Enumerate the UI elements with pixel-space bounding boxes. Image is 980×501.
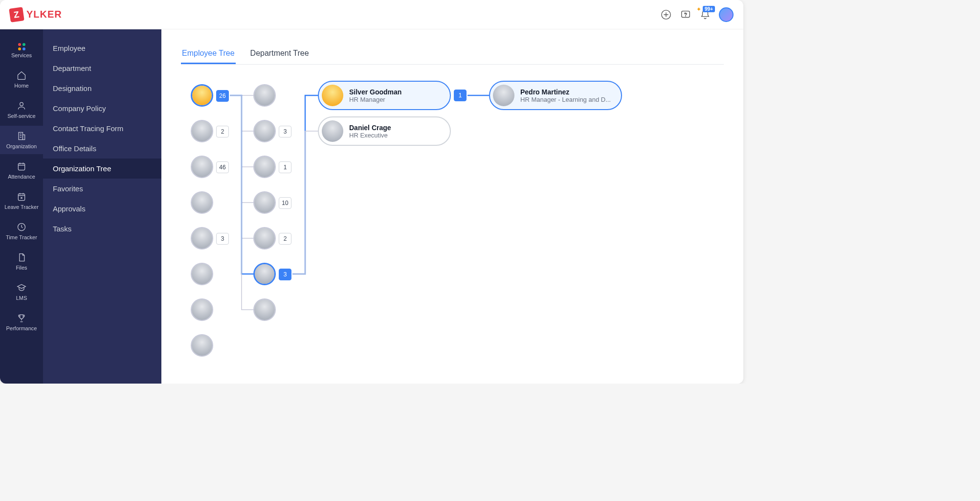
tree-col2-node-0[interactable] (253, 84, 276, 107)
card-name: Silver Goodman (349, 88, 401, 96)
rail-label: Performance (6, 325, 37, 331)
home-icon (16, 70, 27, 81)
tab-employee-tree[interactable]: Employee Tree (181, 44, 236, 64)
svg-rect-5 (18, 163, 24, 170)
card-name: Pedro Martinez (520, 88, 611, 96)
rail-label: Self-service (7, 113, 35, 119)
rail-item-time-tracker[interactable]: Time Tracker (0, 217, 43, 245)
tree-col2-node-1[interactable] (253, 120, 276, 142)
rail-item-self-service[interactable]: Self-service (0, 95, 43, 124)
tree-col3-card-0[interactable]: Silver GoodmanHR Manager (318, 81, 451, 110)
tree-col2-node-1-count: 3 (279, 126, 291, 137)
sidebar-item-designation[interactable]: Designation (43, 78, 161, 98)
building-icon (16, 131, 27, 141)
tree-col2-node-5-count: 3 (279, 269, 291, 280)
rail-item-attendance[interactable]: Attendance (0, 156, 43, 184)
tree-col1-node-0-count: 26 (216, 90, 229, 102)
rail-label: Leave Tracker (4, 204, 39, 210)
tree-col3-card-1[interactable]: Daniel CrageHR Executive (318, 116, 451, 146)
help-icon[interactable]: ? (680, 9, 691, 21)
sparkle-icon: ✦ (696, 6, 701, 13)
sidebar-item-contact-tracing-form[interactable]: Contact Tracing Form (43, 118, 161, 138)
rail-label: Attendance (8, 174, 35, 180)
tree-col2-node-5[interactable] (253, 263, 276, 285)
sidebar-item-approvals[interactable]: Approvals (43, 199, 161, 219)
tree-col2-node-2[interactable] (253, 156, 276, 178)
sidebar-item-office-details[interactable]: Office Details (43, 138, 161, 159)
tree-col1-node-2-count: 46 (216, 161, 229, 173)
tree-col1-node-1-count: 2 (216, 126, 229, 137)
card-name: Daniel Crage (349, 124, 391, 132)
tree-col1-node-5[interactable] (191, 263, 213, 285)
card-role: HR Manager (349, 96, 401, 103)
tree-col3-card-0-count: 1 (454, 90, 467, 101)
rail-label: Home (14, 83, 28, 89)
rail-item-files[interactable]: Files (0, 247, 43, 275)
sidebar-item-employee[interactable]: Employee (43, 38, 161, 58)
rail-label: Organization (6, 143, 37, 149)
sidebar-item-favorites[interactable]: Favorites (43, 179, 161, 199)
rail-label: Services (11, 52, 32, 58)
rail-label: Files (16, 265, 27, 271)
tree-col2-node-6[interactable] (253, 298, 276, 321)
notifications-icon[interactable]: ✦ 99+ (699, 9, 711, 21)
svg-point-2 (20, 102, 23, 106)
rail-label: Time Tracker (6, 234, 37, 240)
svg-rect-4 (23, 135, 25, 140)
card-avatar (322, 120, 343, 142)
calendar-x-icon (16, 191, 27, 202)
logo[interactable]: Z YLKER (10, 8, 62, 22)
tree-col2-node-3[interactable] (253, 191, 276, 214)
rail-label: LMS (16, 295, 27, 301)
sidebar-item-tasks[interactable]: Tasks (43, 219, 161, 239)
tree-col1-node-3[interactable] (191, 191, 213, 214)
svg-rect-3 (19, 133, 22, 140)
sidebar-item-organization-tree[interactable]: Organization Tree (43, 159, 161, 179)
notification-badge: 99+ (703, 6, 715, 12)
profile-avatar[interactable] (719, 7, 734, 22)
svg-rect-6 (18, 194, 24, 200)
tree-col1-node-2[interactable] (191, 156, 213, 178)
logo-badge: Z (9, 7, 24, 23)
sidebar-item-department[interactable]: Department (43, 58, 161, 78)
calendar-icon (16, 161, 27, 172)
clock-icon (16, 222, 27, 232)
rail-item-home[interactable]: Home (0, 65, 43, 93)
tree-col1-node-0[interactable] (191, 84, 213, 107)
rail-item-performance[interactable]: Performance (0, 308, 43, 336)
rail-item-services[interactable]: Services (0, 38, 43, 63)
tree-col1-node-4[interactable] (191, 227, 213, 250)
tree-col1-node-6[interactable] (191, 298, 213, 321)
rail-item-leave-tracker[interactable]: Leave Tracker (0, 186, 43, 215)
tree-col4-card-0[interactable]: Pedro MartinezHR Manager - Learning and … (489, 81, 622, 110)
add-icon[interactable] (660, 9, 672, 21)
file-icon (16, 252, 27, 263)
grad-icon (16, 282, 27, 293)
card-role: HR Executive (349, 132, 391, 139)
card-avatar (493, 85, 514, 106)
logo-text: YLKER (26, 9, 62, 20)
person-icon (16, 100, 27, 111)
tree-col2-node-4-count: 2 (279, 233, 291, 245)
services-icon (18, 43, 25, 50)
tab-department-tree[interactable]: Department Tree (249, 44, 310, 64)
tree-col2-node-4[interactable] (253, 227, 276, 250)
rail-item-lms[interactable]: LMS (0, 277, 43, 306)
sidebar-item-company-policy[interactable]: Company Policy (43, 98, 161, 118)
trophy-icon (16, 313, 27, 323)
card-role: HR Manager - Learning and D... (520, 96, 611, 103)
tree-col2-node-3-count: 10 (279, 197, 291, 209)
rail-item-organization[interactable]: Organization (0, 126, 43, 154)
card-avatar (322, 85, 343, 106)
tree-col2-node-2-count: 1 (279, 161, 291, 173)
tree-col1-node-4-count: 3 (216, 233, 229, 245)
tree-col1-node-7[interactable] (191, 334, 213, 357)
tree-col1-node-1[interactable] (191, 120, 213, 142)
